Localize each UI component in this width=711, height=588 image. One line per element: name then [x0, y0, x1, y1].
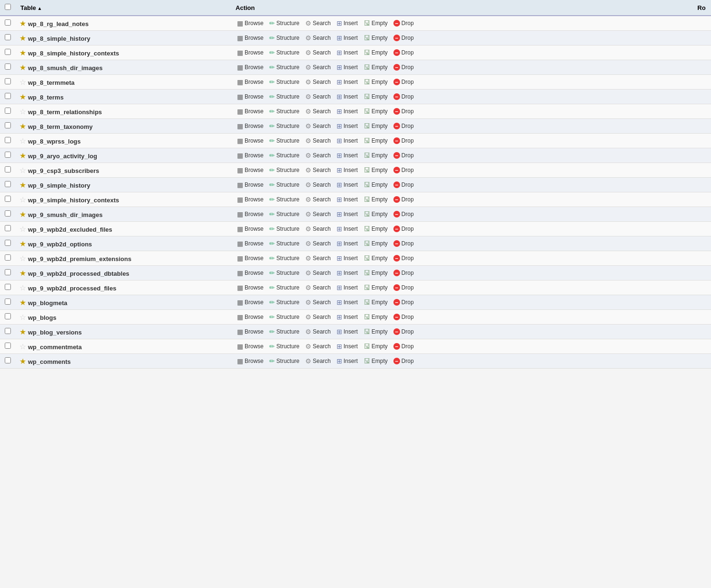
- row-checkbox[interactable]: [5, 196, 11, 202]
- insert-button[interactable]: ⊞ Insert: [334, 33, 360, 43]
- star-icon[interactable]: ☆: [19, 196, 26, 204]
- drop-button[interactable]: – Drop: [391, 269, 416, 277]
- star-icon[interactable]: ☆: [19, 166, 26, 174]
- browse-button[interactable]: ▦ Browse: [235, 151, 266, 160]
- empty-button[interactable]: 🖫 Empty: [361, 151, 390, 160]
- row-checkbox[interactable]: [5, 299, 11, 305]
- drop-button[interactable]: – Drop: [391, 327, 416, 336]
- table-name-text[interactable]: wp_8_wprss_logs: [28, 138, 81, 145]
- star-icon[interactable]: ★: [19, 299, 26, 307]
- insert-button[interactable]: ⊞ Insert: [334, 342, 360, 351]
- insert-button[interactable]: ⊞ Insert: [334, 107, 360, 116]
- structure-button[interactable]: ✏ Structure: [267, 209, 302, 219]
- search-button[interactable]: ⚙ Search: [303, 151, 333, 160]
- browse-button[interactable]: ▦ Browse: [235, 283, 266, 292]
- drop-button[interactable]: – Drop: [391, 34, 416, 42]
- empty-button[interactable]: 🖫 Empty: [361, 209, 390, 219]
- drop-button[interactable]: – Drop: [391, 239, 416, 248]
- row-checkbox[interactable]: [5, 49, 11, 55]
- table-name-text[interactable]: wp_8_rg_lead_notes: [28, 20, 89, 27]
- table-name-text[interactable]: wp_9_wpb2d_premium_extensions: [28, 255, 131, 262]
- table-name-text[interactable]: wp_9_smush_dir_images: [28, 211, 103, 218]
- empty-button[interactable]: 🖫 Empty: [361, 92, 390, 101]
- drop-button[interactable]: – Drop: [391, 48, 416, 57]
- empty-button[interactable]: 🖫 Empty: [361, 48, 390, 57]
- star-icon[interactable]: ☆: [19, 78, 26, 86]
- browse-button[interactable]: ▦ Browse: [235, 165, 266, 175]
- search-button[interactable]: ⚙ Search: [303, 48, 333, 57]
- structure-button[interactable]: ✏ Structure: [267, 92, 302, 101]
- empty-button[interactable]: 🖫 Empty: [361, 136, 390, 145]
- row-checkbox[interactable]: [5, 240, 11, 246]
- insert-button[interactable]: ⊞ Insert: [334, 253, 360, 263]
- structure-button[interactable]: ✏ Structure: [267, 33, 302, 43]
- empty-button[interactable]: 🖫 Empty: [361, 283, 390, 292]
- star-icon[interactable]: ☆: [19, 225, 26, 233]
- table-name-text[interactable]: wp_comments: [28, 358, 71, 365]
- star-icon[interactable]: ★: [19, 357, 26, 365]
- drop-button[interactable]: – Drop: [391, 254, 416, 262]
- star-icon[interactable]: ★: [19, 328, 26, 336]
- empty-button[interactable]: 🖫 Empty: [361, 77, 390, 87]
- row-checkbox[interactable]: [5, 284, 11, 290]
- empty-button[interactable]: 🖫 Empty: [361, 121, 390, 131]
- table-name-text[interactable]: wp_8_terms: [28, 94, 64, 101]
- row-checkbox[interactable]: [5, 19, 11, 26]
- row-checkbox[interactable]: [5, 328, 11, 334]
- structure-button[interactable]: ✏ Structure: [267, 136, 302, 145]
- drop-button[interactable]: – Drop: [391, 283, 416, 292]
- select-all-checkbox[interactable]: [5, 4, 11, 10]
- structure-button[interactable]: ✏ Structure: [267, 77, 302, 87]
- search-button[interactable]: ⚙ Search: [303, 283, 333, 292]
- row-checkbox[interactable]: [5, 137, 11, 143]
- browse-button[interactable]: ▦ Browse: [235, 268, 266, 278]
- search-button[interactable]: ⚙ Search: [303, 165, 333, 175]
- browse-button[interactable]: ▦ Browse: [235, 33, 266, 43]
- table-name-text[interactable]: wp_8_term_taxonomy: [28, 123, 93, 130]
- row-checkbox[interactable]: [5, 152, 11, 158]
- browse-button[interactable]: ▦ Browse: [235, 92, 266, 101]
- search-button[interactable]: ⚙ Search: [303, 253, 333, 263]
- browse-button[interactable]: ▦ Browse: [235, 327, 266, 336]
- row-checkbox[interactable]: [5, 63, 11, 70]
- browse-button[interactable]: ▦ Browse: [235, 253, 266, 263]
- empty-button[interactable]: 🖫 Empty: [361, 224, 390, 234]
- search-button[interactable]: ⚙ Search: [303, 136, 333, 145]
- structure-button[interactable]: ✏ Structure: [267, 107, 302, 116]
- browse-button[interactable]: ▦ Browse: [235, 224, 266, 234]
- drop-button[interactable]: – Drop: [391, 136, 416, 145]
- star-icon[interactable]: ★: [19, 49, 26, 57]
- search-button[interactable]: ⚙ Search: [303, 195, 333, 204]
- empty-button[interactable]: 🖫 Empty: [361, 239, 390, 248]
- drop-button[interactable]: – Drop: [391, 166, 416, 174]
- drop-button[interactable]: – Drop: [391, 63, 416, 72]
- star-icon[interactable]: ★: [19, 152, 26, 160]
- table-name-text[interactable]: wp_8_simple_history: [28, 35, 91, 42]
- search-button[interactable]: ⚙ Search: [303, 77, 333, 87]
- insert-button[interactable]: ⊞ Insert: [334, 209, 360, 219]
- table-name-text[interactable]: wp_9_wpb2d_options: [28, 241, 92, 248]
- insert-button[interactable]: ⊞ Insert: [334, 312, 360, 322]
- search-button[interactable]: ⚙ Search: [303, 107, 333, 116]
- row-checkbox[interactable]: [5, 269, 11, 275]
- browse-button[interactable]: ▦ Browse: [235, 239, 266, 248]
- star-icon[interactable]: ★: [19, 34, 26, 42]
- row-checkbox[interactable]: [5, 122, 11, 128]
- browse-button[interactable]: ▦ Browse: [235, 63, 266, 72]
- browse-button[interactable]: ▦ Browse: [235, 77, 266, 87]
- empty-button[interactable]: 🖫 Empty: [361, 165, 390, 175]
- empty-button[interactable]: 🖫 Empty: [361, 342, 390, 351]
- empty-button[interactable]: 🖫 Empty: [361, 268, 390, 278]
- browse-button[interactable]: ▦ Browse: [235, 298, 266, 307]
- search-button[interactable]: ⚙ Search: [303, 18, 333, 28]
- structure-button[interactable]: ✏ Structure: [267, 356, 302, 366]
- browse-button[interactable]: ▦ Browse: [235, 136, 266, 145]
- table-name-text[interactable]: wp_9_simple_history_contexts: [28, 197, 119, 204]
- browse-button[interactable]: ▦ Browse: [235, 121, 266, 131]
- row-checkbox[interactable]: [5, 225, 11, 231]
- insert-button[interactable]: ⊞ Insert: [334, 268, 360, 278]
- row-checkbox[interactable]: [5, 343, 11, 349]
- empty-button[interactable]: 🖫 Empty: [361, 180, 390, 190]
- empty-button[interactable]: 🖫 Empty: [361, 18, 390, 28]
- search-button[interactable]: ⚙ Search: [303, 342, 333, 351]
